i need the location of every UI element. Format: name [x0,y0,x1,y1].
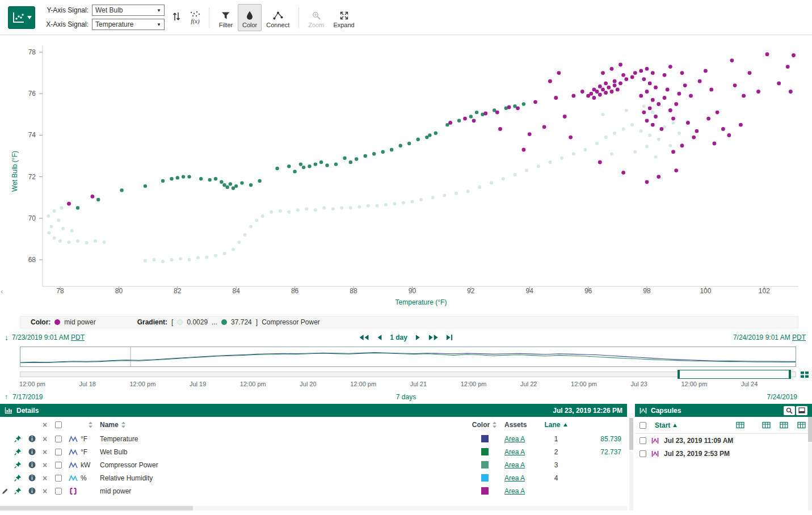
table-row[interactable]: ×%Relative HumidityArea A4 [0,471,627,484]
scatter-point[interactable] [402,201,405,204]
scatter-point[interactable] [672,121,675,124]
scatter-point[interactable] [299,162,302,166]
scatter-point[interactable] [557,71,561,75]
scatter-point[interactable] [258,179,261,183]
scatter-point[interactable] [364,154,367,158]
pin-icon[interactable] [14,474,22,482]
scatter-point[interactable] [704,69,708,73]
scatter-point[interactable] [668,65,672,69]
capsule-row[interactable]: Jul 23, 2019 11:09 AM [635,434,812,447]
scatter-point[interactable] [622,127,625,130]
scatter-point[interactable] [161,260,165,263]
scatter-point[interactable] [789,90,793,94]
asset-link[interactable]: Area A [504,435,525,443]
step-back-fast-button[interactable] [359,335,368,340]
scatter-point[interactable] [522,148,526,152]
scatter-point[interactable] [47,214,50,218]
remove-icon[interactable]: × [43,435,47,443]
scatter-point[interactable] [716,111,720,115]
scatter-point[interactable] [240,181,243,184]
table-row[interactable]: ×kWCompressor PowerArea A3 [0,458,627,471]
scatter-point[interactable] [255,219,258,222]
scatter-point[interactable] [639,94,643,98]
scatter-point[interactable] [53,209,56,213]
scatter-point[interactable] [188,258,191,261]
capsules-search-button[interactable] [784,406,795,415]
scatter-point[interactable] [261,214,264,218]
investigate-range-duration[interactable]: 7 days [396,393,416,401]
asset-link[interactable]: Area A [504,448,525,456]
scatter-point[interactable] [220,180,223,184]
row-checkbox[interactable] [55,475,62,482]
scatter-point[interactable] [208,178,212,181]
row-checkbox[interactable] [55,449,62,455]
scatter-point[interactable] [660,127,664,131]
scatter-point[interactable] [367,204,370,208]
scatter-point[interactable] [222,183,226,187]
row-checkbox[interactable] [55,462,62,468]
scatter-point[interactable] [698,79,702,83]
scatter-point[interactable] [625,109,628,112]
scatter-point[interactable] [340,206,343,210]
row-checkbox[interactable] [55,436,62,442]
scatter-point[interactable] [431,196,435,199]
scatter-point[interactable] [355,157,358,161]
scatter-point[interactable] [645,67,649,71]
info-icon[interactable] [28,461,36,468]
scatter-point[interactable] [706,117,710,121]
scatter-point[interactable] [349,161,352,164]
scatter-point[interactable] [621,73,625,77]
pin-icon[interactable] [14,435,22,442]
info-icon[interactable] [28,435,36,442]
scatter-point[interactable] [648,82,652,86]
table-row[interactable]: ×°FWet BulbArea A272.737 [0,445,627,458]
scatter-point[interactable] [645,119,649,123]
column-header-lane[interactable]: Lane [544,421,567,429]
scatter-point[interactable] [613,132,616,135]
scatter-point[interactable] [680,143,684,147]
scatter-point[interactable] [229,182,232,185]
scatter-point[interactable] [302,166,305,169]
scatter-point[interactable] [399,144,402,147]
scatter-point[interactable] [410,200,414,204]
scatter-point[interactable] [428,133,431,137]
y-axis-signal-select[interactable]: Wet Bulb▼ [92,5,165,16]
scatter-point[interactable] [645,145,649,149]
scatter-point[interactable] [756,90,760,94]
scatter-point[interactable] [678,132,681,135]
asset-link[interactable]: Area A [504,474,525,482]
scatter-point[interactable] [674,102,678,106]
scatter-chart[interactable]: 6870727476787880828486889092949698100102… [0,35,812,316]
pin-icon[interactable] [14,487,22,495]
scatter-point[interactable] [607,86,611,90]
scatter-point[interactable] [610,90,614,94]
scatter-point[interactable] [308,164,311,168]
scatter-point[interactable] [343,157,346,160]
scatter-point[interactable] [70,229,74,233]
scatter-point[interactable] [668,108,672,112]
details-vertical-scrollbar[interactable] [627,404,635,510]
scatter-point[interactable] [425,136,428,139]
scatter-point[interactable] [53,237,56,240]
scatter-point[interactable] [642,111,646,115]
panel-collapse-arrow[interactable]: ‹ [1,287,3,296]
step-forward-button[interactable] [416,335,420,340]
scatter-point[interactable] [654,155,658,159]
scatter-point[interactable] [572,152,575,155]
trend-preview[interactable] [20,347,796,367]
time-scrollbar[interactable] [20,372,796,377]
scatter-point[interactable] [657,175,660,179]
scatter-point[interactable] [498,127,502,131]
scatter-point[interactable] [381,150,385,154]
scatter-point[interactable] [648,133,651,137]
scatter-point[interactable] [448,121,452,125]
color-swatch[interactable] [481,448,489,455]
scatter-point[interactable] [393,202,396,205]
scatter-point[interactable] [513,173,516,176]
scatter-point[interactable] [645,180,649,184]
scatter-point[interactable] [689,94,693,98]
scatter-point[interactable] [692,136,696,140]
scatter-point[interactable] [792,53,796,57]
scatter-point[interactable] [651,111,654,114]
timezone-link[interactable]: PDT [71,334,85,341]
